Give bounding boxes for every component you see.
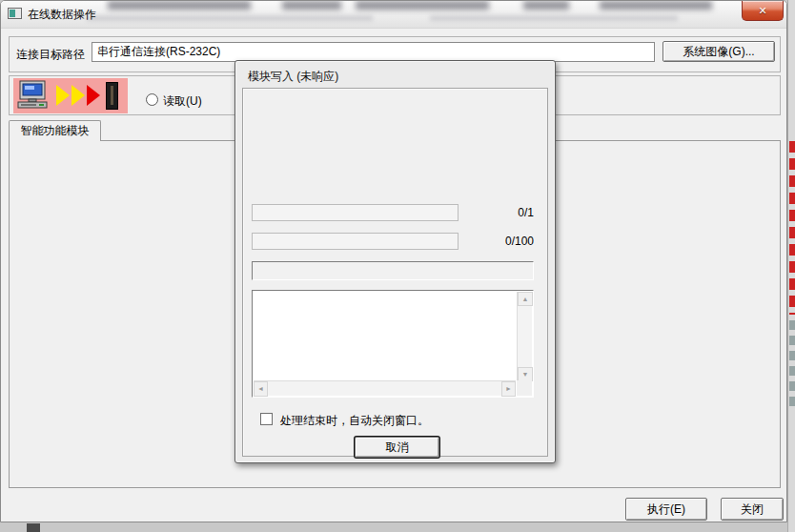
modal-content-panel: 0/1 0/100 ▲ ▼ ◄ ► 处理结束时，自动关闭窗口。 取消 — [242, 88, 548, 457]
execute-button[interactable]: 执行(E) — [625, 498, 707, 521]
transfer-direction-graphic — [13, 78, 128, 113]
background-bottom-fragment — [27, 523, 40, 532]
window-title: 在线数据操作 — [28, 7, 96, 23]
read-radio-label: 读取(U) — [163, 93, 202, 110]
glass-blur-decoration — [523, 1, 569, 10]
connection-path-field[interactable]: 串行通信连接(RS-232C) — [92, 42, 655, 62]
glass-blur-decoration — [430, 15, 678, 21]
tab-intelligent-function-module[interactable]: 智能功能模块 — [9, 120, 101, 141]
scroll-left-icon[interactable]: ◄ — [254, 381, 268, 397]
glass-blur-decoration — [356, 1, 489, 10]
computer-icon — [16, 80, 52, 112]
scrollbar-corner — [517, 380, 532, 396]
scrollbar-vertical[interactable]: ▲ ▼ — [517, 292, 532, 381]
auto-close-checkbox-label: 处理结束时，自动关闭窗口。 — [280, 413, 429, 429]
module-write-modal: 模块写入 (未响应) 0/1 0/100 ▲ ▼ ◄ ► 处理结束时，自动关闭窗… — [234, 60, 556, 463]
log-text-area[interactable]: ▲ ▼ ◄ ► — [252, 290, 534, 398]
arrow-right-icon — [56, 85, 70, 106]
module-progress-bar — [252, 204, 459, 221]
system-image-button[interactable]: 系统图像(G)... — [662, 41, 775, 62]
percent-progress-bar — [252, 233, 459, 250]
connection-path-label: 连接目标路径 — [16, 47, 85, 63]
background-gray-modules — [789, 320, 795, 412]
glass-blur-decoration — [600, 1, 712, 10]
background-red-modules — [789, 141, 795, 315]
glass-blur-decoration — [87, 15, 373, 21]
window-icon — [8, 8, 22, 19]
percent-progress-count: 0/100 — [462, 233, 534, 250]
scroll-up-icon[interactable]: ▲ — [518, 292, 533, 306]
close-icon[interactable]: ✕ — [742, 1, 784, 21]
scroll-right-icon[interactable]: ► — [501, 381, 516, 397]
title-bar: 在线数据操作 — [1, 1, 786, 29]
glass-blur-decoration — [108, 1, 251, 10]
read-radio[interactable] — [146, 93, 158, 106]
close-button[interactable]: 关闭 — [721, 498, 784, 521]
scroll-down-icon[interactable]: ▼ — [518, 367, 533, 381]
arrow-right-icon — [87, 85, 100, 106]
module-progress-count: 0/1 — [462, 204, 534, 221]
scrollbar-horizontal[interactable]: ◄ ► — [254, 380, 516, 396]
modal-title: 模块写入 (未响应) — [248, 69, 338, 85]
plc-module-icon — [106, 82, 118, 110]
auto-close-checkbox[interactable] — [260, 413, 273, 425]
cancel-button[interactable]: 取消 — [355, 437, 439, 458]
current-item-field — [252, 261, 534, 280]
glass-blur-decoration — [282, 1, 341, 10]
arrow-right-icon — [71, 85, 85, 106]
